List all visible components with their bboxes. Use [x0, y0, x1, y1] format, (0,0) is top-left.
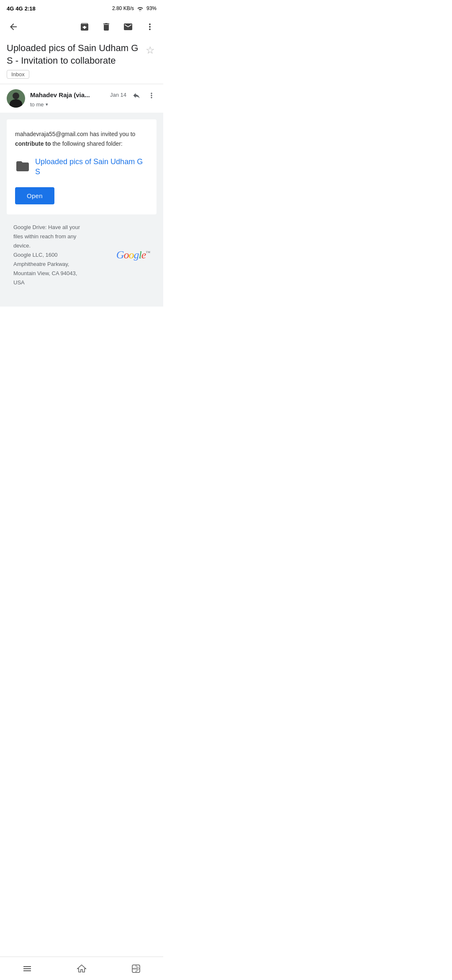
- folder-icon: [15, 157, 30, 174]
- wifi-icon: [136, 6, 144, 11]
- sender-more-button[interactable]: [146, 89, 157, 101]
- email-footer: Google Drive: Have all your files within…: [7, 214, 157, 300]
- to-me-label[interactable]: to me ▾: [30, 101, 157, 108]
- network-speed: 2.80 KB/s: [112, 5, 134, 11]
- delete-button[interactable]: [100, 20, 113, 34]
- sender-row: Mahadev Raja (via... Jan 14 to me ▾: [0, 84, 163, 113]
- star-button[interactable]: ☆: [144, 43, 157, 58]
- subject-area: Uploaded pics of Sain Udham G S - Invita…: [0, 39, 163, 84]
- email-card: mahadevraja55@gmail.com has invited you …: [7, 119, 157, 214]
- mark-unread-button[interactable]: [121, 20, 135, 34]
- email-date: Jan 14: [110, 92, 126, 98]
- email-subject: Uploaded pics of Sain Udham G S - Invita…: [7, 42, 141, 67]
- email-body: mahadevraja55@gmail.com has invited you …: [0, 113, 163, 307]
- folder-row: Uploaded pics of Sain Udham G S: [15, 157, 148, 177]
- reply-button[interactable]: [131, 89, 141, 101]
- network-4g-2: 4G: [15, 5, 23, 12]
- back-button[interactable]: [7, 20, 20, 34]
- archive-button[interactable]: [78, 20, 91, 34]
- avatar: [7, 89, 25, 108]
- inbox-label: Inbox: [7, 70, 29, 79]
- network-4g-1: 4G: [7, 5, 14, 12]
- sender-info: Mahadev Raja (via... Jan 14 to me ▾: [30, 89, 157, 108]
- open-button[interactable]: Open: [15, 187, 54, 204]
- status-time: 2:18: [25, 5, 36, 12]
- battery-display: 93%: [146, 5, 157, 11]
- status-right-icons: 2.80 KB/s 93%: [112, 5, 157, 11]
- folder-name[interactable]: Uploaded pics of Sain Udham G S: [35, 157, 148, 177]
- action-bar: [0, 15, 163, 39]
- status-time-network: 4G 4G 2:18: [7, 5, 36, 12]
- footer-address-text: Google Drive: Have all your files within…: [13, 223, 110, 288]
- chevron-down-icon: ▾: [46, 102, 48, 107]
- status-bar: 4G 4G 2:18 2.80 KB/s 93%: [0, 0, 163, 15]
- invite-text: mahadevraja55@gmail.com has invited you …: [15, 129, 148, 148]
- google-logo: Google™: [116, 249, 150, 261]
- more-options-button[interactable]: [143, 20, 157, 34]
- sender-name: Mahadev Raja (via...: [30, 91, 90, 98]
